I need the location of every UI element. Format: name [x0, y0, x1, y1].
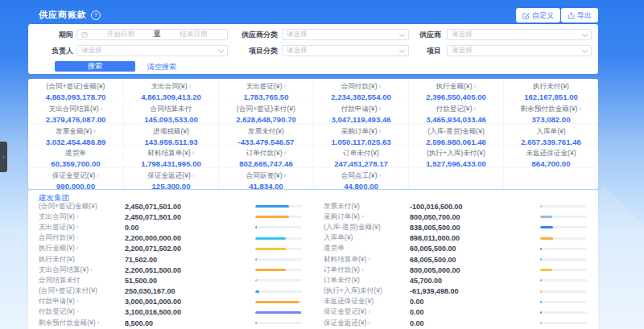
customize-button[interactable]: 自定义 [516, 8, 560, 23]
stat-value: 162,167,851.00 [504, 93, 598, 101]
chevron-right-icon: › [474, 105, 477, 113]
export-button[interactable]: 导出 [561, 8, 598, 23]
stat-card: 执行未付(¥)162,167,851.00 [503, 79, 598, 101]
stat-card[interactable]: 付款登记(¥)›3,465,934,033.46 [408, 101, 503, 122]
supplier-select[interactable]: 请选择 [447, 29, 592, 40]
metric-label[interactable]: 付款登记(¥)› [39, 307, 125, 317]
stat-value[interactable]: 2,234,382,554.00 [314, 93, 408, 101]
metric-bar-track [540, 248, 587, 250]
stat-card[interactable]: 材料结算单(¥)›1,798,431,995.00 [123, 145, 218, 167]
metric-label[interactable]: 支出合同结算(¥)› [39, 265, 125, 275]
search-button[interactable]: 搜索 [55, 61, 135, 72]
metric-label: (合同+签证)未付(¥) [39, 286, 125, 296]
stat-value[interactable]: 802,665,747.46 [219, 159, 313, 167]
project-category-placeholder: 请选择 [287, 46, 308, 56]
stat-card: 发票未付(¥)-433,479,546.57 [218, 123, 313, 145]
stat-value[interactable]: 4,861,309,413.20 [124, 93, 218, 101]
stat-card[interactable]: 发票金额(¥)›3,032,454,486.89 [28, 123, 123, 145]
metric-label[interactable]: 支出合同(¥)› [39, 212, 125, 222]
metric-label[interactable]: 合同付款(¥)› [39, 233, 125, 243]
stat-value[interactable]: 2,379,476,087.00 [28, 115, 123, 122]
calendar-icon [81, 31, 88, 38]
metric-bar-track [255, 311, 302, 314]
project-select[interactable]: 请选择 [447, 45, 592, 56]
metric-row: 材料结算单(¥)›68,005,500.00 [313, 254, 598, 265]
stat-value[interactable]: 2,396,550,405.00 [409, 93, 503, 101]
stat-card[interactable]: 剩余预付款金额(¥)›373,082.00 [503, 101, 598, 122]
stat-value: 2,628,648,790.70 [219, 115, 313, 122]
metric-label[interactable]: 保证金登记(¥)› [324, 307, 410, 317]
stat-label: 合同点工(¥)› [314, 171, 408, 181]
stat-card[interactable]: 支出合同结算(¥)›2,379,476,087.00 [28, 101, 123, 122]
metric-bar-fill [540, 269, 552, 271]
stat-value: 4,863,093,178.70 [28, 93, 123, 101]
metric-label[interactable]: 材料结算单(¥)› [324, 255, 410, 265]
stat-value[interactable]: 125,300.00 [124, 182, 218, 189]
project-label: 项目 [373, 45, 441, 56]
metric-bar-fill [540, 248, 542, 250]
stats-grid: (合同+签证)金额(¥)4,863,093,178.70支出合同(¥)›4,86… [28, 79, 598, 189]
metric-label[interactable]: 采购订单(¥)› [324, 212, 410, 222]
stat-card [503, 167, 598, 189]
stat-card[interactable]: 采购订单(¥)›1,050,117,025.63 [313, 123, 408, 145]
stat-label: (合同+签证)未付(¥) [219, 105, 313, 114]
stat-card[interactable]: 合同薪资(¥)›41,834.00 [218, 167, 313, 189]
metric-bar-track [255, 205, 302, 208]
metric-value: 51,500.00 [125, 277, 252, 285]
stat-value[interactable]: 1,798,431,995.00 [124, 159, 218, 167]
metric-label[interactable]: 执行金额(¥)› [39, 244, 125, 253]
stat-label: 采购订单(¥)› [314, 127, 408, 137]
chevron-down-icon [582, 47, 588, 52]
stat-label: 订单付款(¥)› [219, 149, 313, 158]
stat-label: 保证金返还(¥)› [124, 171, 218, 181]
sidebar-collapse-handle[interactable]: ‹ [0, 142, 7, 172]
metric-bar-fill [540, 258, 542, 261]
stat-card[interactable]: 支出合同(¥)›4,861,309,413.20 [123, 79, 218, 101]
chevron-right-icon: › [192, 149, 195, 157]
chevron-right-icon: › [76, 307, 79, 315]
stat-card[interactable]: 订单付款(¥)›802,665,747.46 [218, 145, 313, 167]
metric-label[interactable]: 付款申请(¥)› [39, 297, 125, 306]
clear-search-link[interactable]: 清空搜索 [147, 62, 176, 72]
stat-card: (合同+签证)未付(¥)2,628,648,790.70 [218, 101, 313, 122]
edit-icon [522, 12, 530, 19]
stat-label: (合同+签证)金额(¥) [28, 82, 123, 92]
stat-card[interactable]: 付款申请(¥)›3,047,119,493.46 [313, 101, 408, 122]
page-title: 供应商账款 ? [39, 9, 101, 21]
stat-label: 入库单(¥) [504, 127, 598, 137]
stat-value[interactable]: 1,050,117,025.63 [314, 138, 408, 145]
stat-card[interactable]: 合同点工(¥)›44,800.00 [313, 167, 408, 189]
stat-value[interactable]: 41,834.00 [219, 182, 313, 189]
metric-label[interactable]: 订单付款(¥)› [324, 265, 410, 275]
stat-card[interactable]: 合同付款(¥)›2,234,382,554.00 [313, 79, 408, 101]
start-date-placeholder[interactable]: 开始日期 [91, 30, 151, 39]
stat-value: 2,596,980,061.46 [409, 138, 503, 145]
stat-value[interactable]: 3,047,119,493.46 [314, 115, 408, 122]
chevron-right-icon: › [192, 171, 195, 179]
metric-label[interactable]: 支出签证(¥)› [39, 223, 125, 232]
stat-value[interactable]: 44,800.00 [314, 182, 408, 189]
metric-label[interactable]: 剩余预付款金额(¥)› [39, 319, 125, 328]
stat-value[interactable]: 1,783,765.50 [219, 93, 313, 101]
metric-value: 60,005,500.00 [410, 245, 537, 253]
metric-value: 800,050,700.00 [410, 213, 537, 221]
metric-label: (合同+签证)金额(¥) [39, 202, 125, 212]
help-icon[interactable]: ? [91, 10, 101, 20]
metric-bar-fill [540, 205, 542, 208]
metric-label[interactable]: 保证金返还(¥)› [324, 319, 410, 328]
chevron-right-icon: › [368, 255, 370, 263]
supplier-placeholder: 请选择 [452, 30, 473, 39]
metric-bar-track [255, 290, 302, 293]
stat-value[interactable]: 373,082.00 [504, 115, 598, 122]
stat-value: -433,479,546.57 [219, 138, 313, 145]
metric-bar-fill [255, 226, 257, 228]
stat-value[interactable]: 3,465,934,033.46 [409, 115, 503, 122]
stat-card[interactable]: 执行金额(¥)›2,396,550,405.00 [408, 79, 503, 101]
stat-label: 进项税额(¥) [124, 127, 218, 137]
stat-card[interactable]: 支出签证(¥)›1,783,765.50 [218, 79, 313, 101]
stat-card[interactable]: 保证金返还(¥)›125,300.00 [123, 167, 218, 189]
stat-value[interactable]: 3,032,454,486.89 [28, 138, 123, 145]
stat-value[interactable]: 990,000.00 [28, 182, 123, 189]
stat-card[interactable]: 保证金登记(¥)›990,000.00 [28, 167, 123, 189]
stat-card: 订单未付(¥)247,451,278.17 [313, 145, 408, 167]
